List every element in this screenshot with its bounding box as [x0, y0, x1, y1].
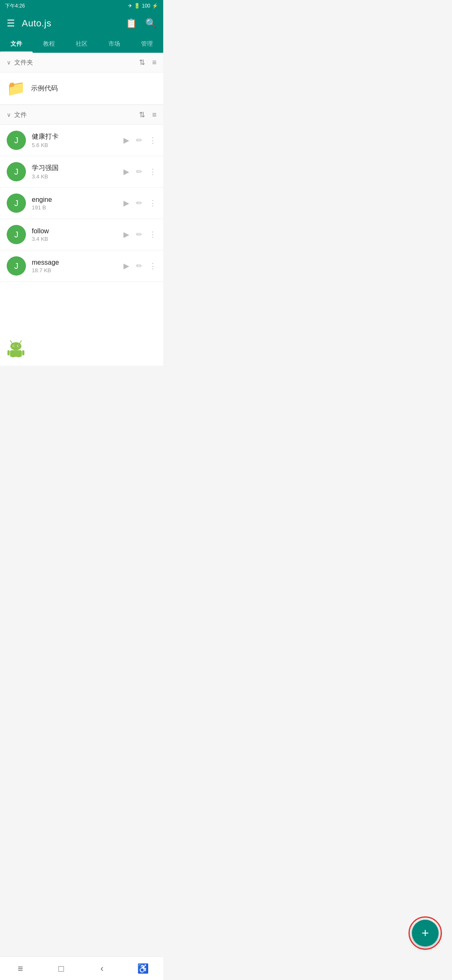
svg-rect-10	[12, 356, 15, 357]
play-button-4[interactable]: ▶	[123, 261, 129, 271]
edit-button-0[interactable]: ✏	[136, 136, 142, 145]
file-info-0: 健康打卡 5.6 KB	[32, 132, 123, 148]
folder-name: 示例代码	[31, 84, 58, 93]
play-button-2[interactable]: ▶	[123, 199, 129, 208]
file-actions-3: ▶ ✏ ⋮	[123, 230, 157, 239]
svg-rect-9	[22, 350, 24, 355]
empty-area	[0, 282, 163, 366]
tab-tutorials[interactable]: 教程	[33, 35, 65, 52]
file-info-2: engine 191 B	[32, 196, 123, 211]
file-name-3: follow	[32, 227, 123, 235]
folder-item-example[interactable]: 📁 示例代码	[0, 72, 163, 105]
folder-icon: 📁	[7, 79, 25, 98]
file-size-0: 5.6 KB	[32, 142, 123, 148]
file-item-1[interactable]: J 学习强国 3.4 KB ▶ ✏ ⋮	[0, 156, 163, 188]
svg-point-6	[18, 346, 19, 346]
more-button-3[interactable]: ⋮	[149, 230, 157, 239]
file-name-0: 健康打卡	[32, 132, 123, 141]
status-icons: ✈ 🔋 100 ⚡	[128, 3, 158, 9]
app-title: Auto.js	[22, 18, 51, 29]
signal-icon: ✈	[128, 3, 132, 9]
svg-rect-11	[17, 356, 20, 357]
file-size-2: 191 B	[32, 204, 123, 211]
file-actions-0: ▶ ✏ ⋮	[123, 136, 157, 145]
file-avatar-4: J	[7, 256, 26, 276]
battery-charging-icon: ⚡	[152, 3, 158, 9]
file-item-3[interactable]: J follow 3.4 KB ▶ ✏ ⋮	[0, 219, 163, 250]
more-button-1[interactable]: ⋮	[149, 167, 157, 176]
file-name-2: engine	[32, 196, 123, 204]
search-icon[interactable]: 🔍	[145, 18, 157, 29]
file-sort-icon[interactable]: ⇅	[139, 110, 145, 119]
file-size-4: 18.7 KB	[32, 267, 123, 273]
main-content: ∨ 文件夹 ⇅ ≡ 📁 示例代码 ∨ 文件 ⇅ ≡ J 健康打卡 5.6 KB	[0, 53, 163, 366]
file-info-4: message 18.7 KB	[32, 259, 123, 273]
svg-point-2	[10, 342, 21, 350]
folder-sort-icon[interactable]: ⇅	[139, 58, 145, 67]
battery-level: 100	[142, 3, 150, 9]
edit-button-2[interactable]: ✏	[136, 199, 142, 208]
status-time: 下午4:26	[5, 3, 25, 10]
folder-emoji: 📁	[7, 80, 26, 97]
more-button-0[interactable]: ⋮	[149, 136, 157, 145]
file-info-3: follow 3.4 KB	[32, 227, 123, 242]
file-actions-1: ▶ ✏ ⋮	[123, 167, 157, 176]
tab-manage[interactable]: 管理	[131, 35, 163, 52]
android-bot-icon	[7, 339, 25, 357]
play-button-3[interactable]: ▶	[123, 230, 129, 239]
file-section-header: ∨ 文件 ⇅ ≡	[0, 105, 163, 125]
file-actions-4: ▶ ✏ ⋮	[123, 261, 157, 271]
folder-chevron-icon[interactable]: ∨	[7, 59, 11, 66]
svg-rect-7	[10, 350, 22, 357]
svg-rect-8	[8, 350, 10, 355]
tab-bar: 文件 教程 社区 市场 管理	[0, 35, 163, 53]
folder-section-actions: ⇅ ≡	[139, 58, 157, 67]
file-item-4[interactable]: J message 18.7 KB ▶ ✏ ⋮	[0, 250, 163, 282]
more-button-4[interactable]: ⋮	[149, 261, 157, 271]
app-bar-right: 📋 🔍	[126, 18, 157, 29]
file-chevron-icon[interactable]: ∨	[7, 111, 11, 118]
file-avatar-3: J	[7, 225, 26, 244]
file-info-1: 学习强国 3.4 KB	[32, 164, 123, 180]
file-section-actions: ⇅ ≡	[139, 110, 157, 119]
battery-icon: 🔋	[134, 3, 140, 9]
file-avatar-0: J	[7, 131, 26, 150]
folder-section-label: 文件夹	[14, 59, 33, 67]
edit-button-1[interactable]: ✏	[136, 167, 142, 176]
file-name-1: 学习强国	[32, 164, 123, 173]
folder-list-icon[interactable]: ≡	[152, 58, 157, 67]
file-section-label: 文件	[14, 111, 27, 119]
folder-section-header: ∨ 文件夹 ⇅ ≡	[0, 53, 163, 72]
file-size-1: 3.4 KB	[32, 173, 123, 180]
tab-community[interactable]: 社区	[65, 35, 98, 52]
more-button-2[interactable]: ⋮	[149, 199, 157, 208]
app-bar-left: ☰ Auto.js	[7, 18, 51, 29]
tab-files[interactable]: 文件	[0, 35, 33, 52]
edit-button-4[interactable]: ✏	[136, 261, 142, 271]
folder-section-label-group: ∨ 文件夹	[7, 59, 33, 67]
file-actions-2: ▶ ✏ ⋮	[123, 199, 157, 208]
file-list-icon[interactable]: ≡	[152, 111, 157, 119]
svg-point-5	[13, 346, 14, 346]
file-avatar-2: J	[7, 193, 26, 213]
file-name-4: message	[32, 259, 123, 266]
tab-market[interactable]: 市场	[98, 35, 131, 52]
file-item-0[interactable]: J 健康打卡 5.6 KB ▶ ✏ ⋮	[0, 125, 163, 156]
clipboard-icon[interactable]: 📋	[126, 18, 137, 29]
edit-button-3[interactable]: ✏	[136, 230, 142, 239]
file-avatar-1: J	[7, 162, 26, 181]
play-button-1[interactable]: ▶	[123, 167, 129, 176]
file-size-3: 3.4 KB	[32, 236, 123, 242]
file-section-label-group: ∨ 文件	[7, 111, 27, 119]
hamburger-icon[interactable]: ☰	[7, 18, 15, 29]
app-bar: ☰ Auto.js 📋 🔍	[0, 12, 163, 35]
file-item-2[interactable]: J engine 191 B ▶ ✏ ⋮	[0, 188, 163, 219]
play-button-0[interactable]: ▶	[123, 136, 129, 145]
status-bar: 下午4:26 ✈ 🔋 100 ⚡	[0, 0, 163, 12]
